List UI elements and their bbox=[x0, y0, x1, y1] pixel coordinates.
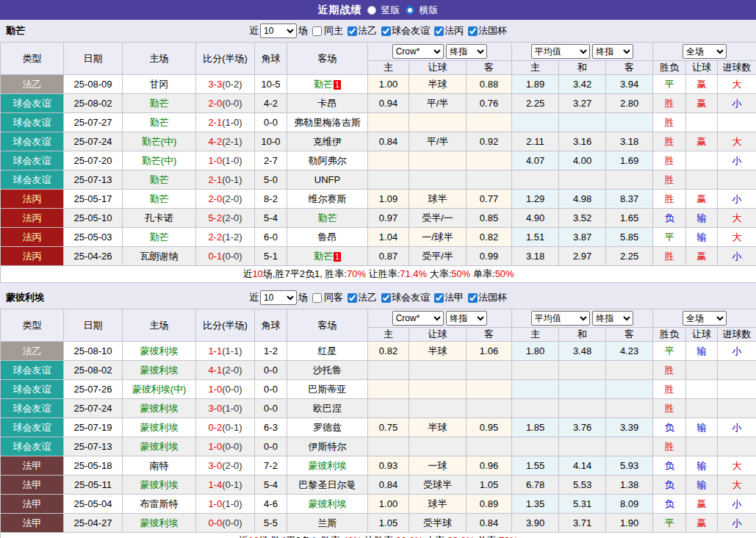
odds-handicap: 平/半 bbox=[409, 94, 467, 113]
score: 1-4(0-1) bbox=[196, 476, 255, 495]
summary-text: 近10场,胜4平2负4, 胜率:40% 让胜率:33.3% 大率:33.3% 单… bbox=[1, 533, 756, 538]
result-outcome: 负 bbox=[653, 209, 686, 228]
avg-draw bbox=[559, 361, 606, 380]
result-goals: 小 bbox=[718, 94, 756, 113]
col-header-avg-draw: 和 bbox=[559, 61, 606, 75]
table-row: 球会友谊25-07-24勤芒(中)4-2(2-1)10-0克维伊0.84平/半0… bbox=[1, 132, 756, 151]
odds-source-select[interactable]: Crow* bbox=[392, 311, 444, 326]
odds-home bbox=[368, 113, 409, 132]
col-header-avg-home: 主 bbox=[512, 328, 559, 342]
col-header-avg-draw: 和 bbox=[559, 328, 606, 342]
avg-away: 2.25 bbox=[606, 247, 653, 266]
avg-draw bbox=[559, 399, 606, 418]
avg-draw: 3.52 bbox=[559, 209, 606, 228]
col-header-result-handicap: 让球 bbox=[686, 61, 718, 75]
result-outcome: 负 bbox=[653, 476, 686, 495]
avg-away: 1.90 bbox=[606, 514, 653, 533]
corner-score: 0-0 bbox=[255, 399, 287, 418]
league-label: 球会友谊 bbox=[392, 24, 430, 37]
scope-select[interactable]: 全场 bbox=[683, 311, 727, 326]
league-checkbox[interactable] bbox=[348, 26, 357, 36]
league-checkbox[interactable] bbox=[434, 293, 444, 303]
avg-home bbox=[512, 380, 559, 399]
odds-handicap: 受半/一 bbox=[409, 209, 467, 228]
match-count-select[interactable]: 10 bbox=[260, 290, 297, 305]
team-label: 南特 bbox=[150, 460, 169, 471]
avg-draw: 3.76 bbox=[559, 418, 606, 437]
avg-home: 1.85 bbox=[512, 418, 559, 437]
vertical-layout-label[interactable]: 竖版 bbox=[381, 4, 400, 17]
fulltime-score: 3-0 bbox=[208, 460, 222, 471]
avg-kind-select[interactable]: 终指 bbox=[592, 44, 633, 59]
result-outcome: 胜 bbox=[653, 361, 686, 380]
team-label: 巴黎圣日尔曼 bbox=[299, 479, 356, 490]
same-venue-checkbox[interactable] bbox=[312, 293, 322, 303]
odds-handicap: 球半 bbox=[409, 495, 467, 514]
match-date: 25-07-24 bbox=[64, 399, 123, 418]
odds-kind-select[interactable]: 终指 bbox=[446, 311, 487, 326]
vertical-layout-radio[interactable] bbox=[367, 6, 376, 15]
team-label: 勤芒 bbox=[150, 98, 169, 109]
corner-score: 5-5 bbox=[255, 514, 287, 533]
table-row: 法甲25-05-11蒙彼利埃1-4(0-1)5-4巴黎圣日尔曼0.84受球半1.… bbox=[1, 476, 756, 495]
same-venue-checkbox[interactable] bbox=[312, 26, 322, 36]
fulltime-score: 1-0 bbox=[208, 441, 222, 452]
avg-draw: 4.14 bbox=[559, 456, 606, 476]
team-label: 勤芒 bbox=[150, 232, 169, 243]
match-date: 25-05-11 bbox=[64, 476, 123, 495]
team-label: 卡昂 bbox=[318, 98, 337, 109]
scope-select[interactable]: 全场 bbox=[683, 44, 727, 59]
match-date: 25-08-10 bbox=[64, 342, 123, 361]
league-checkbox[interactable] bbox=[348, 293, 357, 303]
odds-handicap: 半球 bbox=[409, 342, 467, 361]
match-type: 球会友谊 bbox=[1, 171, 64, 190]
odds-home bbox=[368, 151, 409, 171]
halftime-score: (2-0) bbox=[222, 193, 242, 204]
away-team: 兰斯 bbox=[287, 514, 368, 533]
team-label: 维尔赛斯 bbox=[309, 193, 347, 204]
home-team: 蒙彼利埃 bbox=[123, 361, 196, 380]
odds-home: 0.94 bbox=[368, 94, 409, 113]
match-type: 法甲 bbox=[1, 476, 64, 495]
avg-home bbox=[512, 361, 559, 380]
horizontal-layout-label[interactable]: 横版 bbox=[420, 4, 439, 17]
score: 1-1(1-1) bbox=[196, 342, 255, 361]
avg-source-select[interactable]: 平均值 bbox=[531, 44, 590, 59]
col-header-goals: 进球数 bbox=[718, 61, 756, 75]
result-handicap: 赢 bbox=[686, 495, 718, 514]
odds-handicap bbox=[409, 437, 467, 456]
match-count-select[interactable]: 10 bbox=[260, 24, 297, 38]
fulltime-score: 2-0 bbox=[208, 98, 222, 109]
col-header-home: 主场 bbox=[123, 43, 196, 75]
league-checkbox[interactable] bbox=[434, 26, 444, 36]
games-label: 场 bbox=[298, 291, 308, 304]
away-team: 勤芒1 bbox=[287, 247, 368, 266]
avg-group-header: 平均值 终指 bbox=[512, 309, 653, 328]
odds-away bbox=[467, 113, 512, 132]
horizontal-layout-radio[interactable] bbox=[406, 6, 414, 15]
league-checkbox[interactable] bbox=[381, 26, 391, 36]
avg-kind-select[interactable]: 终指 bbox=[592, 311, 633, 326]
halftime-score: (2-0) bbox=[222, 365, 242, 376]
avg-draw: 2.97 bbox=[559, 247, 606, 266]
odds-away bbox=[467, 437, 512, 456]
team-label: 罗德兹 bbox=[313, 422, 342, 433]
league-checkbox[interactable] bbox=[468, 26, 478, 36]
odds-home: 1.00 bbox=[368, 75, 409, 94]
avg-source-select[interactable]: 平均值 bbox=[531, 311, 590, 326]
odds-home bbox=[368, 399, 409, 418]
match-type: 法丙 bbox=[1, 209, 64, 228]
odds-kind-select[interactable]: 终指 bbox=[446, 44, 487, 59]
team-label: 蒙彼利埃 bbox=[140, 441, 179, 452]
odds-source-select[interactable]: Crow* bbox=[392, 44, 444, 59]
halftime-score: (1-1) bbox=[222, 345, 242, 356]
avg-home: 1.51 bbox=[512, 228, 559, 247]
avg-draw bbox=[559, 437, 606, 456]
team-section-montpellier: 蒙彼利埃 近 10 场 同客 法乙 球会友谊 法甲 法国杯 类型 日期 主场 比… bbox=[0, 287, 756, 538]
avg-away bbox=[606, 171, 653, 190]
away-team: 红星 bbox=[287, 342, 368, 361]
corner-score: 8-2 bbox=[255, 190, 287, 209]
odds-handicap: 一球 bbox=[409, 456, 467, 476]
league-checkbox[interactable] bbox=[468, 293, 478, 303]
league-checkbox[interactable] bbox=[381, 293, 391, 303]
